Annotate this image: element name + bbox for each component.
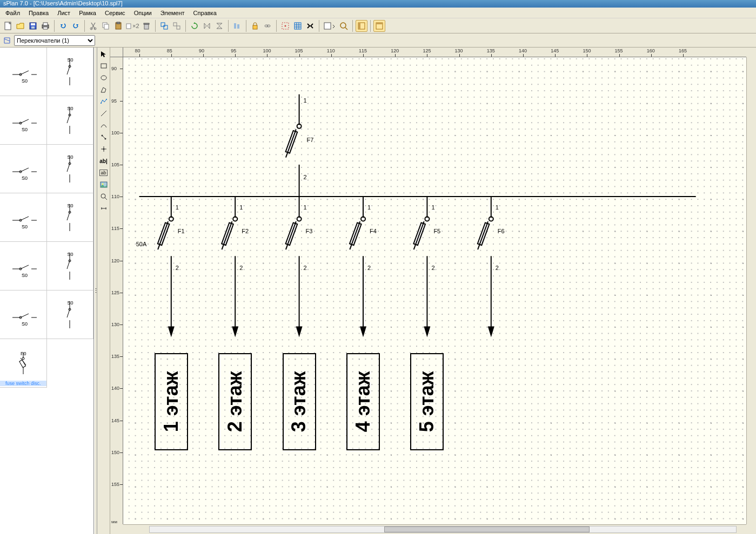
open-icon[interactable] xyxy=(15,20,26,32)
floor-label: 4 этаж xyxy=(352,371,374,432)
svg-text:2: 2 xyxy=(304,174,307,180)
menu-sheet[interactable]: Лист xyxy=(53,9,75,17)
svg-text:F1: F1 xyxy=(178,228,185,234)
panel2-icon[interactable] xyxy=(373,20,385,32)
circle-tool-icon[interactable] xyxy=(98,72,109,83)
palette-item[interactable]: S0 xyxy=(47,290,94,339)
text-tool-icon[interactable]: ab| xyxy=(98,156,109,166)
horizontal-ruler[interactable]: 8085909510010511011512012513013514014515… xyxy=(123,48,746,57)
floor-box[interactable]: 1 этаж xyxy=(155,353,188,450)
floor-box[interactable]: 5 этаж xyxy=(410,353,444,450)
floor-box[interactable]: 3 этаж xyxy=(283,353,316,450)
menu-options[interactable]: Опции xyxy=(130,9,156,17)
link-icon[interactable] xyxy=(262,20,273,32)
snap-icon[interactable] xyxy=(279,20,291,32)
svg-line-104 xyxy=(414,221,424,249)
measure-tool-icon[interactable] xyxy=(98,203,109,214)
menu-edit[interactable]: Правка xyxy=(24,9,53,17)
align-icon[interactable] xyxy=(231,20,243,32)
svg-rect-49 xyxy=(101,64,106,68)
line-tool-icon[interactable] xyxy=(98,108,109,119)
delete-icon[interactable] xyxy=(141,20,152,32)
floor-box[interactable]: 4 этаж xyxy=(346,353,380,450)
panel1-icon[interactable] xyxy=(356,20,367,32)
menu-service[interactable]: Сервис xyxy=(101,9,130,17)
cut-icon[interactable] xyxy=(88,20,99,32)
label-tool-icon[interactable]: ab xyxy=(98,167,109,178)
svg-rect-22 xyxy=(237,24,239,29)
palette-item[interactable]: S0 xyxy=(0,193,47,242)
grid-icon[interactable] xyxy=(292,20,304,32)
svg-text:2: 2 xyxy=(367,265,371,271)
svg-text:F5: F5 xyxy=(433,228,440,234)
redo-icon[interactable] xyxy=(70,20,82,32)
svg-rect-19 xyxy=(173,23,177,26)
svg-rect-2 xyxy=(31,23,35,25)
svg-point-50 xyxy=(101,76,106,80)
menu-element[interactable]: Элемент xyxy=(156,9,189,17)
drawing-canvas[interactable]: 1F721F121F221F321F421F521F6250A 1 этаж2 … xyxy=(123,57,746,524)
svg-point-27 xyxy=(285,25,286,26)
refresh-icon[interactable] xyxy=(189,20,200,32)
svg-text:1: 1 xyxy=(304,204,307,211)
palette-item[interactable]: S0 xyxy=(47,242,94,290)
svg-text:1: 1 xyxy=(496,204,499,211)
save-icon[interactable] xyxy=(27,20,39,32)
menu-file[interactable]: Файл xyxy=(1,9,24,17)
polyline-tool-icon[interactable] xyxy=(98,96,109,107)
vertical-scrollbar[interactable] xyxy=(746,57,756,524)
component-palette: S0S0S0S0S0S0S0S0S0S0S0S0F0fuse switch di… xyxy=(0,48,94,534)
palette-item[interactable]: S0 xyxy=(47,193,94,242)
page-icon[interactable] xyxy=(322,20,337,32)
junction-tool-icon[interactable] xyxy=(98,144,109,154)
palette-item[interactable]: S0 xyxy=(47,48,94,96)
print-icon[interactable] xyxy=(39,20,51,32)
palette-item[interactable]: S0 xyxy=(0,145,47,193)
palette-item[interactable]: S0 xyxy=(47,145,94,193)
bezier-tool-icon[interactable] xyxy=(98,120,109,131)
palette-item[interactable]: S0 xyxy=(47,96,94,145)
rect-tool-icon[interactable] xyxy=(98,60,109,71)
palette-item[interactable]: S0 xyxy=(0,242,47,290)
title-bar: sPlan 7.0 - [C:\Users\Admin\Desktop\10.s… xyxy=(0,0,756,8)
lock-icon[interactable] xyxy=(249,20,261,32)
find-icon[interactable] xyxy=(304,20,316,32)
svg-text:1: 1 xyxy=(304,97,307,104)
mirror-h-icon[interactable] xyxy=(201,20,213,32)
vertical-ruler[interactable]: мм 9095100105110115120125130135140145150… xyxy=(110,57,123,524)
svg-text:×2: ×2 xyxy=(132,23,139,29)
library-icon[interactable] xyxy=(1,35,13,46)
svg-rect-15 xyxy=(144,24,149,29)
image-tool-icon[interactable] xyxy=(98,179,109,190)
palette-item[interactable]: S0 xyxy=(0,48,47,96)
poly-tool-icon[interactable] xyxy=(98,84,109,95)
new-icon[interactable] xyxy=(2,20,14,32)
palette-item[interactable]: F0fuse switch disc. xyxy=(0,339,47,388)
svg-text:2: 2 xyxy=(239,265,243,271)
menu-help[interactable]: Справка xyxy=(189,9,221,17)
select-tool-icon[interactable] xyxy=(98,49,109,59)
copy-icon[interactable] xyxy=(100,20,112,32)
palette-item[interactable]: S0 xyxy=(0,290,47,339)
horizontal-scrollbar[interactable] xyxy=(123,524,746,534)
floor-label: 5 этаж xyxy=(416,371,438,432)
duplicate-icon[interactable]: ×2 xyxy=(125,20,140,32)
undo-icon[interactable] xyxy=(57,20,69,32)
floor-box[interactable]: 2 этаж xyxy=(218,353,252,450)
svg-rect-20 xyxy=(177,26,180,29)
ruler-corner xyxy=(110,48,123,57)
svg-rect-6 xyxy=(43,27,48,29)
svg-line-88 xyxy=(286,221,296,249)
paste-icon[interactable] xyxy=(112,20,124,32)
ungroup-icon[interactable] xyxy=(171,20,183,32)
main-toolbar: ×2 xyxy=(0,18,756,33)
zoom-icon[interactable] xyxy=(338,20,350,32)
group-icon[interactable] xyxy=(158,20,170,32)
menu-frame[interactable]: Рамка xyxy=(75,9,101,17)
node-tool-icon[interactable] xyxy=(98,132,109,143)
svg-rect-29 xyxy=(324,23,331,29)
palette-item[interactable]: S0 xyxy=(0,96,47,145)
library-selector[interactable]: Переключатели (1) xyxy=(14,35,95,46)
mirror-v-icon[interactable] xyxy=(213,20,225,32)
magnify-tool-icon[interactable] xyxy=(98,191,109,202)
